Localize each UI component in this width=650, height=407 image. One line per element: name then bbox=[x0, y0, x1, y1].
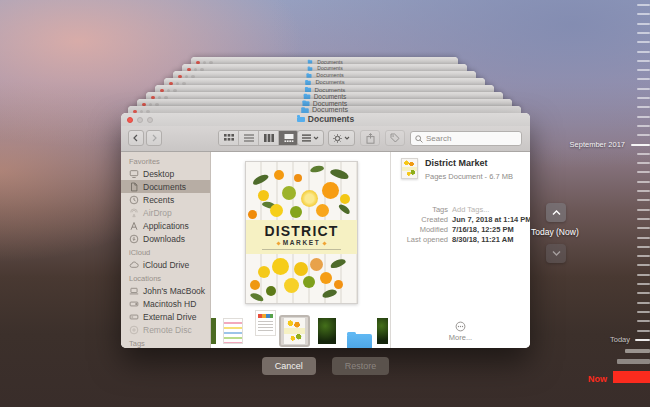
tags-button[interactable] bbox=[385, 130, 405, 146]
navigate-forward-in-time-button[interactable] bbox=[546, 244, 566, 263]
text-doc-thumbnail[interactable] bbox=[255, 310, 276, 336]
sidebar-item-documents[interactable]: Documents bbox=[121, 180, 210, 193]
action-gear-button[interactable] bbox=[328, 130, 355, 146]
sidebar-item-label: Applications bbox=[143, 221, 189, 231]
timeline-tick[interactable] bbox=[637, 264, 650, 266]
sidebar-item-john-s-macbook[interactable]: John's MacBook bbox=[121, 284, 210, 297]
timeline-tick[interactable] bbox=[637, 237, 650, 239]
icon-view-button[interactable] bbox=[219, 131, 239, 145]
timeline-recent-bar[interactable] bbox=[625, 349, 650, 353]
window-title-text: Documents bbox=[308, 115, 354, 124]
timeline-now-label: Now bbox=[588, 374, 607, 384]
timeline-tick[interactable] bbox=[637, 125, 650, 127]
timeline-tick-september-2017[interactable] bbox=[631, 144, 650, 147]
close-button[interactable] bbox=[127, 117, 133, 123]
finder-content: FavoritesDesktopDocumentsRecentsAirDropA… bbox=[121, 152, 530, 348]
timeline-tick[interactable] bbox=[637, 171, 650, 173]
timeline-tick[interactable] bbox=[637, 283, 650, 285]
group-button[interactable] bbox=[297, 130, 324, 146]
timeline-tick[interactable] bbox=[637, 116, 650, 118]
document-banner: DISTRICT MARKET bbox=[246, 220, 357, 254]
striped-doc-thumbnail[interactable] bbox=[223, 318, 243, 344]
hdd-icon bbox=[129, 299, 139, 309]
sidebar-item-label: External Drive bbox=[143, 312, 196, 322]
timeline-tick[interactable] bbox=[637, 32, 650, 34]
share-button[interactable] bbox=[360, 130, 380, 146]
timeline-tick[interactable] bbox=[637, 69, 650, 71]
metadata-row-last-opened: Last opened8/30/18, 11:21 AM bbox=[391, 235, 526, 245]
timeline-tick[interactable] bbox=[637, 330, 650, 332]
sidebar-item-label: Macintosh HD bbox=[143, 299, 196, 309]
laptop-icon bbox=[129, 286, 139, 296]
cancel-button[interactable]: Cancel bbox=[262, 357, 316, 375]
gallery-view-button[interactable] bbox=[279, 131, 298, 145]
timeline-tick[interactable] bbox=[637, 153, 650, 155]
navigate-back-in-time-button[interactable] bbox=[546, 203, 566, 222]
timeline-tick[interactable] bbox=[637, 60, 650, 62]
search-input[interactable]: Search bbox=[410, 131, 522, 146]
timeline-tick[interactable] bbox=[637, 78, 650, 80]
recents-icon bbox=[129, 195, 139, 205]
timeline-tick[interactable] bbox=[637, 302, 650, 304]
timeline-tick[interactable] bbox=[637, 199, 650, 201]
sidebar-item-label: AirDrop bbox=[143, 208, 172, 218]
restore-button[interactable]: Restore bbox=[332, 357, 390, 375]
selected-thumbnail-box[interactable] bbox=[279, 315, 310, 347]
timeline-tick-today[interactable] bbox=[635, 339, 650, 341]
sidebar-section-locations: Locations bbox=[121, 271, 210, 284]
timeline-tick[interactable] bbox=[637, 4, 650, 6]
view-mode-switcher bbox=[218, 130, 299, 146]
district-market-thumbnail[interactable] bbox=[283, 317, 306, 345]
timeline-today-label: Today bbox=[610, 335, 630, 344]
timeline-tick[interactable] bbox=[637, 209, 650, 211]
timeline-tick[interactable] bbox=[637, 255, 650, 257]
timeline-tick[interactable] bbox=[637, 246, 650, 248]
timeline-now-bar[interactable] bbox=[613, 371, 650, 383]
sidebar-item-downloads[interactable]: Downloads bbox=[121, 232, 210, 245]
airdrop-icon bbox=[129, 208, 139, 218]
sidebar-item-applications[interactable]: Applications bbox=[121, 219, 210, 232]
timeline-tick[interactable] bbox=[637, 97, 650, 99]
sidebar-item-macintosh-hd[interactable]: Macintosh HD bbox=[121, 297, 210, 310]
sidebar-item-airdrop[interactable]: AirDrop bbox=[121, 206, 210, 219]
timeline-tick[interactable] bbox=[637, 13, 650, 15]
sidebar-item-recents[interactable]: Recents bbox=[121, 193, 210, 206]
timeline-tick[interactable] bbox=[637, 162, 650, 164]
metadata-row-modified: Modified7/16/18, 12:25 PM bbox=[391, 225, 526, 235]
timeline-tick[interactable] bbox=[637, 311, 650, 313]
sidebar-item-remote-disc[interactable]: Remote Disc bbox=[121, 323, 210, 336]
sidebar-item-icloud-drive[interactable]: iCloud Drive bbox=[121, 258, 210, 271]
timeline-tick[interactable] bbox=[637, 181, 650, 183]
timeline-tick[interactable] bbox=[637, 227, 650, 229]
photo-thumbnail[interactable] bbox=[377, 318, 388, 344]
timeline-tick[interactable] bbox=[637, 320, 650, 322]
sidebar-item-external-drive[interactable]: External Drive bbox=[121, 310, 210, 323]
timeline-tick[interactable] bbox=[637, 134, 650, 136]
timeline-tick[interactable] bbox=[637, 51, 650, 53]
column-view-button[interactable] bbox=[259, 131, 279, 145]
file-summary: District Market Pages Document - 6.7 MB bbox=[401, 158, 513, 181]
plant-photo-thumbnail[interactable] bbox=[318, 318, 336, 344]
sidebar-item-desktop[interactable]: Desktop bbox=[121, 167, 210, 180]
sidebar-section-tags: Tags bbox=[121, 336, 210, 348]
info-panel: District Market Pages Document - 6.7 MB … bbox=[390, 152, 530, 348]
more-button[interactable]: More... bbox=[391, 321, 530, 342]
timeline-tick[interactable] bbox=[637, 23, 650, 25]
banner-tagline-line bbox=[262, 249, 342, 251]
timeline-tick[interactable] bbox=[637, 292, 650, 294]
document-preview[interactable]: DISTRICT MARKET bbox=[245, 161, 358, 304]
timeline-tick[interactable] bbox=[637, 41, 650, 43]
timeline-tick[interactable] bbox=[637, 88, 650, 90]
traffic-lights bbox=[127, 117, 153, 123]
timeline-recent-bar[interactable] bbox=[617, 359, 650, 364]
partial-doc-thumbnail[interactable] bbox=[211, 318, 216, 344]
timeline-tick[interactable] bbox=[637, 106, 650, 108]
timeline-tick[interactable] bbox=[637, 218, 650, 220]
folder-thumbnail[interactable] bbox=[347, 334, 372, 348]
timeline-tick[interactable] bbox=[637, 274, 650, 276]
timeline-tick[interactable] bbox=[637, 190, 650, 192]
sidebar-item-label: Desktop bbox=[143, 169, 174, 179]
list-view-button[interactable] bbox=[239, 131, 259, 145]
forward-button[interactable] bbox=[146, 130, 162, 146]
back-button[interactable] bbox=[128, 130, 144, 146]
